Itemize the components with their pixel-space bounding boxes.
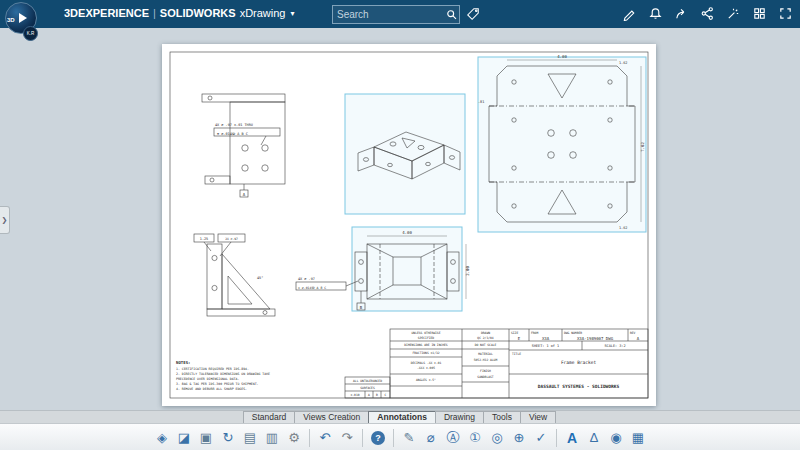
untol-datum-a: A — [368, 393, 370, 397]
command-tabs-bar: Standard Views Creation Annotations Draw… — [0, 410, 800, 424]
toolbar-separator — [309, 429, 310, 447]
tb-unless1: UNLESS OTHERWISE — [412, 331, 441, 335]
tb-drawn-value: QC 2/3/04 — [477, 336, 493, 340]
tb-finish-label: FINISH — [480, 369, 491, 373]
tb-company: DASSAULT SYSTEMES - SOLIDWORKS — [538, 384, 620, 389]
revision-symbol-icon[interactable]: ∆ — [584, 428, 604, 448]
dim-text[interactable]: 1.62 — [619, 226, 627, 230]
tb-material-label: MATERIAL — [478, 352, 493, 356]
tb-title-value: Frame Bracket — [561, 360, 597, 365]
tb-sheet: SHEET: 1 of 1 — [532, 344, 559, 348]
surface-finish-icon[interactable]: ✓ — [531, 428, 551, 448]
tb-rev-label: REV — [630, 331, 636, 335]
toolbar-separator — [556, 429, 557, 447]
search-box[interactable] — [332, 5, 460, 24]
dim-text[interactable]: 4.00 — [402, 230, 412, 235]
dim-text[interactable]: 1.62 — [619, 61, 627, 65]
refresh-icon[interactable]: ↻ — [218, 428, 238, 448]
drawing-sheet-svg: 4X ⌀ .97 ±.01 THRU ⊕ ⌀.014Ⓜ A B C A — [162, 44, 656, 406]
chevron-down-icon[interactable]: ▾ — [290, 9, 294, 18]
chevron-right-icon: ❯ — [2, 216, 8, 224]
tb-from-label: FROM — [531, 331, 538, 335]
tb-size-value: E — [518, 336, 521, 341]
notes-block: NOTES: 1. CERTIFICATION REQUIRED PER IDS… — [176, 360, 270, 391]
properties-icon[interactable]: ▥ — [262, 428, 282, 448]
tb-fractions: FRACTIONS ±1/32 — [412, 351, 439, 355]
sketch-pen-icon[interactable]: ✎ — [399, 428, 419, 448]
dim-callout[interactable]: 4X ⌀ .97 — [298, 277, 315, 281]
tb-title-label: TITLE — [512, 352, 521, 356]
dim-text[interactable]: 2.00 — [465, 266, 470, 276]
note-line: PRECEDENCE OVER DIMENSIONAL DATA. — [176, 377, 239, 381]
module-name: xDrawing — [240, 7, 286, 19]
assistant-icon[interactable] — [725, 5, 742, 22]
tb-rev-value: A — [637, 336, 640, 341]
panel-toggle[interactable]: ❯ — [0, 206, 10, 234]
dim-text[interactable]: 45° — [257, 276, 263, 280]
drawing-sheet[interactable]: 4X ⌀ .97 ±.01 THRU ⊕ ⌀.014Ⓜ A B C A — [162, 44, 656, 406]
feature-control-frame[interactable]: ⊕ ⌀.014Ⓜ A B C — [217, 132, 248, 136]
app-title: 3DEXPERIENCE | SOLIDWORKS xDrawing ▾ — [64, 7, 295, 19]
dim-text[interactable]: .81 — [478, 100, 484, 104]
dim-text[interactable]: 7.62 — [640, 142, 645, 152]
geometric-tolerance-icon[interactable]: ⊕ — [509, 428, 529, 448]
tag-icon[interactable] — [464, 5, 482, 22]
help-icon[interactable]: ? — [368, 428, 388, 448]
brand-name: 3DEXPERIENCE — [64, 7, 149, 19]
table-icon[interactable]: ▦ — [628, 428, 648, 448]
settings-gear-icon[interactable]: ⚙ — [284, 428, 304, 448]
brand-separator: | — [153, 7, 156, 19]
share-network-icon[interactable] — [699, 5, 716, 22]
view-gusset[interactable] — [194, 234, 275, 316]
play-icon — [19, 13, 27, 23]
datum-target-icon[interactable]: ◎ — [487, 428, 507, 448]
share-icon[interactable] — [673, 5, 690, 22]
drawing-canvas[interactable]: ❯ — [0, 28, 800, 410]
note-line: 3. BAG & TAG PER IDS-300 PRIOR TO SHIPME… — [176, 382, 259, 386]
user-initials-badge[interactable]: K.R — [23, 26, 38, 41]
tb-from-value: X3A — [542, 336, 550, 341]
tb-decimals: DECIMALS .XX ±.01 — [411, 361, 442, 365]
view-top-left[interactable] — [202, 94, 285, 197]
dim-text[interactable]: 1.25 — [200, 237, 208, 241]
search-icon[interactable] — [443, 7, 459, 23]
tb-finish-value: SANDBLAST — [477, 375, 493, 379]
bottom-toolbar: ◈ ◪ ▣ ↻ ▤ ▥ ⚙ ↶ ↷ ? ✎ ⌀ Ⓐ ① ◎ ⊕ ✓ A ∆ ◉ … — [0, 423, 800, 450]
note-icon[interactable]: Ⓐ — [443, 428, 463, 448]
tb-dwg-label: DWG NUMBER — [564, 331, 582, 335]
feature-control-frame[interactable]: ⊕ ⌀.014Ⓜ A B C — [298, 286, 326, 290]
smart-dimension-icon[interactable]: ⌀ — [421, 428, 441, 448]
fullscreen-icon[interactable] — [777, 5, 794, 22]
redo-icon[interactable]: ↷ — [337, 428, 357, 448]
sheet-format-icon[interactable]: ▤ — [240, 428, 260, 448]
edit-tag-icon[interactable] — [621, 5, 638, 22]
untol-datum-b: B — [376, 393, 378, 397]
dim-text[interactable]: 4.00 — [557, 54, 567, 59]
dim-text[interactable]: 2X ⌀.97 — [225, 237, 238, 241]
save-icon[interactable]: ▣ — [196, 428, 216, 448]
search-input[interactable] — [333, 9, 443, 20]
notifications-icon[interactable] — [647, 5, 664, 22]
datum-flag[interactable]: A — [243, 192, 246, 197]
section-view-icon[interactable]: ◪ — [174, 428, 194, 448]
selection-box-iso-view[interactable] — [345, 94, 465, 214]
logo-3d-label: 3D — [7, 17, 15, 23]
note-line: 4. REMOVE AND DEBURR ALL SHARP EDGES. — [176, 387, 247, 391]
center-mark-icon[interactable]: ◉ — [606, 428, 626, 448]
model-view-icon[interactable]: ◈ — [152, 428, 172, 448]
dim-callout[interactable]: 4X ⌀ .97 ±.01 THRU — [215, 123, 253, 127]
undo-icon[interactable]: ↶ — [315, 428, 335, 448]
widgets-icon[interactable] — [751, 5, 768, 22]
untol-line1: ALL UNTOLERANCED — [353, 379, 382, 383]
toolbar-separator — [362, 429, 363, 447]
balloon-icon[interactable]: ① — [465, 428, 485, 448]
tb-decimals2: .XXX ±.005 — [417, 366, 435, 370]
selection-box-flat-view[interactable] — [478, 57, 646, 232]
format-text-icon[interactable]: A — [562, 428, 582, 448]
tb-dwg-value: X3A-1989007 DWG — [577, 336, 614, 341]
top-bar: 3D K.R 3DEXPERIENCE | SOLIDWORKS xDrawin… — [0, 0, 800, 28]
untol-datum-c: C — [385, 393, 387, 397]
untol-line2: SURFACES — [360, 386, 375, 390]
tb-do-not-scale: DO NOT SCALE — [475, 343, 497, 347]
note-line: 1. CERTIFICATION REQUIRED PER IDS-894. — [176, 367, 249, 371]
